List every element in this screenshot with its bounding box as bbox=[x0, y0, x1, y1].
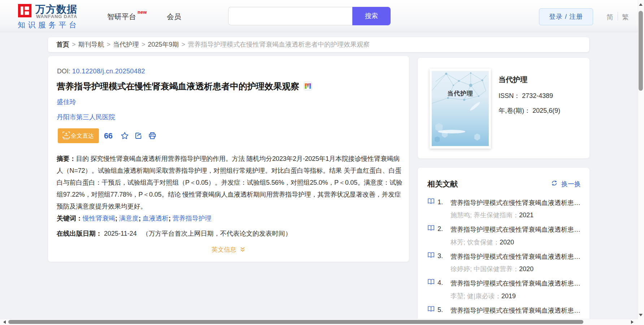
svg-text:当代护理: 当代护理 bbox=[447, 90, 473, 97]
svg-text:free: free bbox=[64, 137, 69, 140]
